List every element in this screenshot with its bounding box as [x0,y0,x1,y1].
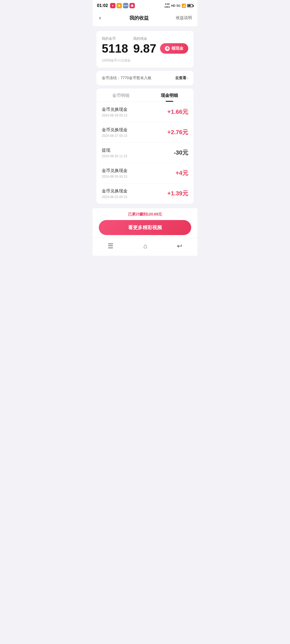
exchange-rate: 10000金币=1元现金 [102,58,188,63]
earnings-info-button[interactable]: 收益说明 [176,15,192,20]
tx-date: 2024-08-26 00:13 [102,175,128,178]
main-content: 我的金币 5118 我的现金 9.87 ✿ 领现金 10000金币=1元现金 金… [93,27,197,208]
tx-amount: +4元 [176,169,188,177]
tx-title: 金币兑换现金 [102,188,128,194]
earnings-row: 我的金币 5118 我的现金 9.87 ✿ 领现金 [102,36,188,54]
app-icon-2: ◈ [117,3,122,8]
net-speed: 6.60 KB/s [165,3,170,9]
bottom-bar: 已累计赚到120.69元 看更多精彩视频 [93,208,197,238]
coin-icon: ✿ [165,46,170,51]
tx-title: 金币兑换现金 [102,127,128,133]
back-nav-icon[interactable]: ↩ [172,241,188,251]
status-bar: 01:02 ● ◈ Soul ▣ 6.60 KB/s HD 5G 📶 [93,0,197,10]
freeze-card: 金币冻结：7770金币暂未入账 去查看 › [96,71,194,85]
tx-date: 2024-08-25 00:13 [102,195,128,199]
withdraw-label: 领现金 [171,46,183,51]
status-icons: 6.60 KB/s HD 5G 📶 [165,3,193,9]
tx-amount: +2.76元 [167,128,188,136]
tx-date: 2024-08-27 00:13 [102,134,128,138]
cash-label: 我的现金 [133,36,188,41]
app-icon-3: ▣ [129,3,135,8]
tx-title: 金币兑换现金 [102,168,128,174]
back-button[interactable]: ‹ [98,13,102,23]
total-earnings: 已累计赚到120.69元 [93,212,197,217]
app-icon-1: ● [110,3,115,8]
tx-title: 提现 [102,148,127,153]
tabs-card: 金币明细 现金明细 金币兑换现金 2024-08-28 00:13 +1.66元… [96,89,194,204]
tab-coin-detail[interactable]: 金币明细 [96,89,145,102]
withdraw-button[interactable]: ✿ 领现金 [160,43,188,54]
tx-date: 2024-08-28 00:13 [102,114,128,117]
hd-badge: HD [171,4,175,7]
table-row: 金币兑换现金 2024-08-27 00:13 +2.76元 [102,122,188,143]
coin-value: 5118 [102,43,133,54]
app-icons: ● ◈ Soul ▣ [110,3,135,8]
tx-amount: +1.66元 [167,108,188,116]
transaction-list: 金币兑换现金 2024-08-28 00:13 +1.66元 金币兑换现金 20… [96,102,194,204]
total-text: 已累计赚到 [128,212,147,216]
table-row: 金币兑换现金 2024-08-26 00:13 +4元 [102,163,188,184]
freeze-link-text: 去查看 [175,76,186,80]
freeze-link[interactable]: 去查看 › [175,76,188,80]
tab-cash-detail[interactable]: 现金明细 [145,89,194,102]
watch-more-button[interactable]: 看更多精彩视频 [99,220,191,235]
cash-block: 我的现金 9.87 ✿ 领现金 [133,36,188,54]
table-row: 提现 2024-08-26 11:23 -30元 [102,143,188,163]
tx-title: 金币兑换现金 [102,107,128,112]
home-icon[interactable]: ⌂ [138,241,153,251]
page-header: ‹ 我的收益 收益说明 [93,10,197,27]
cash-value: 9.87 [133,43,156,54]
tx-amount: -30元 [174,149,188,157]
coin-label: 我的金币 [102,36,133,41]
table-row: 金币兑换现金 2024-08-28 00:13 +1.66元 [102,102,188,122]
cash-row: 9.87 ✿ 领现金 [133,43,188,54]
earnings-card: 我的金币 5118 我的现金 9.87 ✿ 领现金 10000金币=1元现金 [96,31,194,68]
battery-icon [187,4,193,7]
wifi-icon: 📶 [182,3,186,8]
nav-bar: ☰ ⌂ ↩ [93,238,197,256]
freeze-text: 金币冻结：7770金币暂未入账 [102,76,151,80]
table-row: 金币兑换现金 2024-08-25 00:13 +1.39元 [102,184,188,204]
tabs-header: 金币明细 现金明细 [96,89,194,102]
chevron-right-icon: › [187,76,188,80]
menu-icon[interactable]: ☰ [102,241,119,251]
coin-block: 我的金币 5118 [102,36,133,54]
page-title: 我的收益 [129,15,149,21]
status-time: 01:02 [97,3,108,8]
tx-amount: +1.39元 [167,189,188,197]
app-icon-soul: Soul [123,3,128,8]
tx-date: 2024-08-26 11:23 [102,154,127,158]
total-amount: 120.69元 [147,212,162,216]
network-type: 5G [176,4,180,7]
